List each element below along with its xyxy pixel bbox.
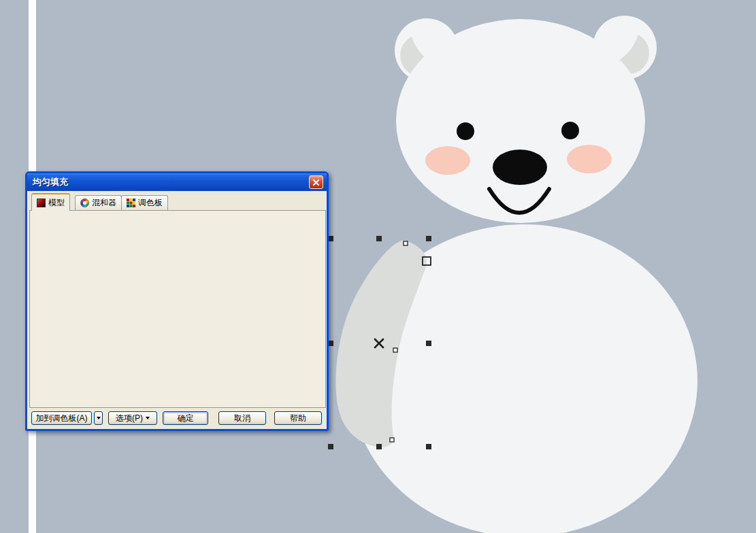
cancel-label: 取消	[234, 413, 250, 424]
add-to-palette-label: 加到调色板(A)	[36, 413, 88, 424]
path-node[interactable]	[393, 348, 397, 352]
bear-left-eye[interactable]	[457, 122, 474, 140]
tab-label: 调色板	[138, 197, 163, 209]
tab-palettes[interactable]: 调色板	[121, 195, 168, 210]
color-wheel-icon	[80, 199, 89, 207]
handle-bottom-center[interactable]	[376, 444, 382, 449]
handle-middle-left[interactable]	[328, 341, 333, 346]
ok-button[interactable]: 确定	[163, 411, 208, 425]
close-icon	[312, 179, 320, 186]
bear-left-cheek[interactable]	[425, 146, 470, 175]
tab-label: 模型	[48, 197, 65, 209]
tab-label: 混和器	[92, 197, 116, 209]
handle-top-left[interactable]	[328, 236, 333, 241]
arrow-down-icon	[146, 417, 150, 419]
add-to-palette-dropdown-button[interactable]	[94, 411, 103, 425]
handle-middle-right[interactable]	[426, 341, 431, 346]
ok-label: 确定	[178, 413, 194, 424]
bear-nose[interactable]	[493, 150, 547, 185]
help-label: 帮助	[290, 413, 306, 424]
arrow-down-icon	[97, 417, 101, 419]
dialog-titlebar[interactable]: 均匀填充	[27, 173, 327, 191]
options-button[interactable]: 选项(P)	[108, 411, 157, 425]
handle-top-right[interactable]	[426, 236, 431, 241]
add-to-palette-button[interactable]: 加到调色板(A)	[31, 411, 92, 425]
handle-bottom-left[interactable]	[328, 444, 333, 449]
gradient-square-icon	[37, 199, 46, 207]
bear-right-eye[interactable]	[561, 122, 579, 139]
dialog-title: 均匀填充	[33, 176, 309, 188]
path-node[interactable]	[404, 241, 408, 245]
tab-models[interactable]: 模型	[31, 193, 70, 211]
palette-grid-icon	[127, 199, 135, 207]
path-node[interactable]	[390, 438, 394, 442]
tab-mixers[interactable]: 混和器	[75, 195, 122, 210]
cancel-button[interactable]: 取消	[218, 411, 266, 425]
options-label: 选项(P)	[116, 413, 143, 424]
handle-top-center[interactable]	[376, 236, 382, 241]
bear-right-cheek[interactable]	[567, 145, 612, 173]
help-button[interactable]: 帮助	[274, 411, 322, 425]
close-button[interactable]	[309, 175, 323, 189]
model-tab-panel	[29, 210, 326, 408]
handle-bottom-right[interactable]	[426, 444, 431, 449]
bear-head[interactable]	[396, 19, 645, 223]
uniform-fill-dialog: 均匀填充 模型 混和器 调色板 模型(E): RGB	[25, 171, 329, 431]
